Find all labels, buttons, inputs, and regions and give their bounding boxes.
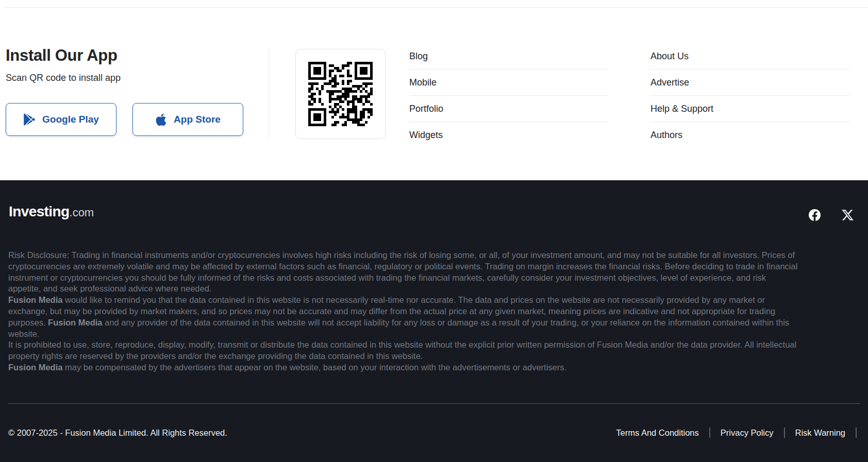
- link-portfolio[interactable]: Portfolio: [409, 96, 608, 122]
- copyright-text: © 2007-2025 - Fusion Media Limited. All …: [8, 428, 227, 438]
- legal-separator: [856, 427, 857, 438]
- legal-separator: [709, 427, 710, 438]
- social-icons: [809, 209, 854, 221]
- terms-and-conditions-link[interactable]: Terms And Conditions: [616, 428, 699, 438]
- investing-logo[interactable]: Investing.com: [9, 203, 94, 220]
- logo-brand-text: Investing: [9, 203, 70, 219]
- site-footer: Investing.com Risk Disclosure: Trading i…: [0, 180, 868, 462]
- app-store-button[interactable]: App Store: [132, 103, 243, 136]
- link-help-support[interactable]: Help & Support: [650, 96, 849, 122]
- apple-icon: [155, 113, 167, 127]
- link-mobile[interactable]: Mobile: [409, 70, 608, 96]
- app-store-label: App Store: [174, 114, 221, 125]
- footer-links-column-1: Blog Mobile Portfolio Widgets: [409, 43, 608, 148]
- link-blog[interactable]: Blog: [409, 43, 608, 70]
- install-app-title: Install Our App: [6, 46, 118, 65]
- footer-bottom-divider: [8, 403, 860, 404]
- qr-code: [308, 62, 373, 126]
- x-twitter-icon[interactable]: [841, 209, 854, 221]
- link-about-us[interactable]: About Us: [650, 43, 849, 70]
- vertical-divider: [269, 47, 269, 139]
- top-divider: [4, 7, 868, 8]
- google-play-button[interactable]: Google Play: [6, 103, 116, 136]
- facebook-icon[interactable]: [809, 209, 821, 221]
- legal-links: Terms And Conditions Privacy Policy Risk…: [616, 427, 857, 438]
- risk-warning-link[interactable]: Risk Warning: [795, 428, 846, 438]
- logo-tld-text: .com: [70, 206, 94, 219]
- footer-links-column-2: About Us Advertise Help & Support Author…: [650, 43, 849, 148]
- google-play-icon: [23, 113, 36, 126]
- risk-disclaimer: Risk Disclosure: Trading in financial in…: [8, 250, 799, 373]
- link-widgets[interactable]: Widgets: [409, 122, 608, 148]
- link-advertise[interactable]: Advertise: [650, 70, 849, 96]
- investing-footer-page: Install Our App Scan QR code to install …: [0, 0, 868, 462]
- link-authors[interactable]: Authors: [650, 122, 849, 148]
- privacy-policy-link[interactable]: Privacy Policy: [721, 428, 774, 438]
- install-app-subtitle: Scan QR code to install app: [6, 73, 121, 83]
- footer-bottom-row: © 2007-2025 - Fusion Media Limited. All …: [8, 426, 857, 439]
- legal-separator: [784, 427, 785, 438]
- google-play-label: Google Play: [42, 114, 99, 125]
- qr-code-box: [295, 49, 386, 139]
